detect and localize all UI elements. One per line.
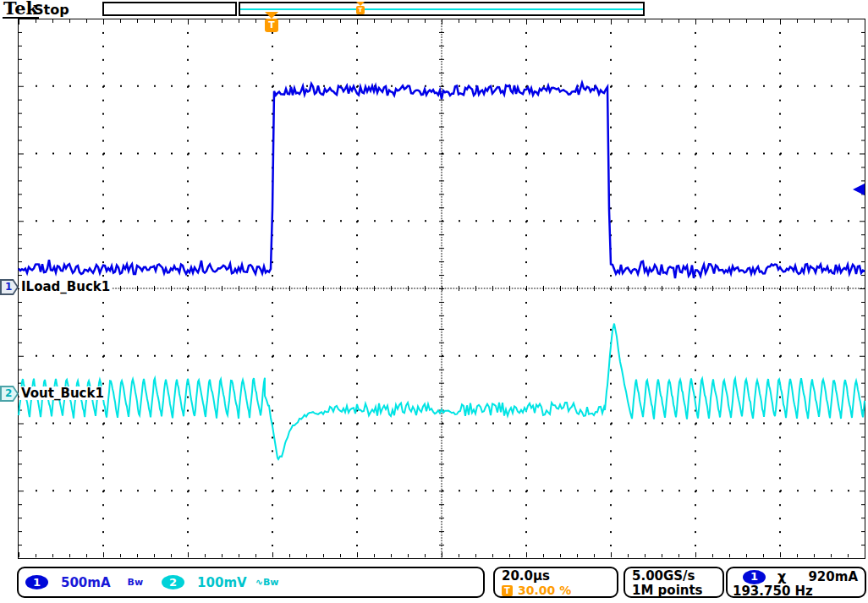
measurement-value: 920mA bbox=[808, 569, 858, 584]
trigger-level-arrow-icon bbox=[853, 184, 865, 195]
graticule-and-traces bbox=[0, 0, 868, 603]
graticule-grid bbox=[18, 19, 865, 559]
ch2-marker-number: 2 bbox=[2, 387, 17, 400]
ch1-label: ILoad_Buck1 bbox=[19, 280, 112, 293]
record-length: 1M points bbox=[632, 584, 716, 598]
timebase-readout: 20.0µs T 30.00 % bbox=[493, 567, 618, 598]
ch1-badge: 1 bbox=[25, 575, 48, 589]
ch2-label: Vout_Buck1 bbox=[19, 386, 106, 400]
trigger-position-marker: T bbox=[264, 12, 279, 32]
ch2-scale: 100mV bbox=[197, 575, 247, 590]
trigger-frequency: 193.750 Hz bbox=[733, 584, 860, 598]
ch2-coupling-bandwidth-icon: ∿Bw bbox=[255, 577, 279, 588]
ch1-bandwidth-icon: Bw bbox=[128, 577, 144, 588]
oscilloscope-screen: Tek Stop T T 1 ILoad_Buck1 2 Vout_Buck1 … bbox=[0, 0, 868, 603]
ch1-scale: 500mA bbox=[61, 575, 111, 590]
ch2-badge: 2 bbox=[162, 575, 184, 589]
trigger-t-icon: T bbox=[265, 19, 278, 32]
measurement-channel-badge: 1 bbox=[743, 570, 766, 584]
ch1-marker-number: 1 bbox=[2, 281, 17, 293]
timebase-scale: 20.0µs bbox=[502, 569, 610, 584]
acquisition-readout: 5.00GS/s 1M points bbox=[624, 567, 724, 598]
measurement-readout: 1 χ 920mA 193.750 Hz bbox=[726, 567, 866, 598]
trigger-t-icon: T bbox=[502, 585, 513, 596]
mean-symbol-icon: χ bbox=[777, 569, 786, 584]
channel-scale-readout: 1 500mA Bw 2 100mV ∿Bw bbox=[17, 567, 485, 598]
sample-rate: 5.00GS/s bbox=[632, 569, 716, 584]
trigger-position-percent: 30.00 % bbox=[518, 584, 571, 597]
trigger-arrow-icon bbox=[265, 12, 278, 19]
